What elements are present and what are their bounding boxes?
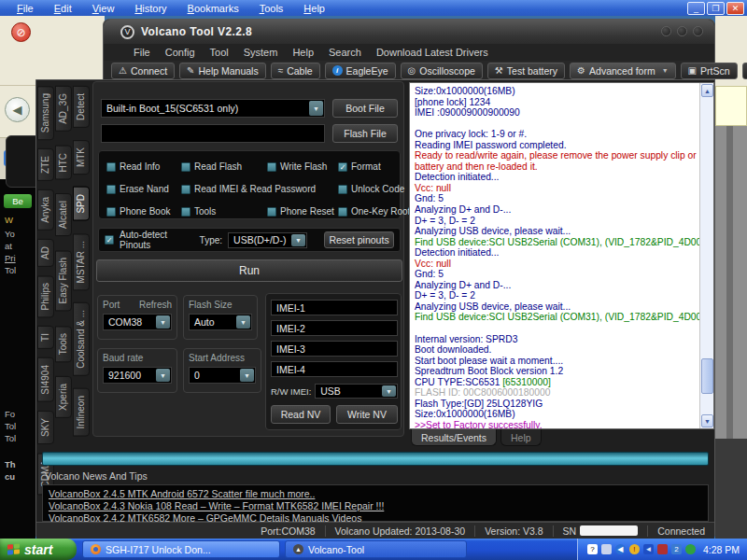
toolbar-button[interactable]: ⚒ Test battery ▼ bbox=[487, 63, 565, 79]
checkbox-icon[interactable] bbox=[181, 185, 190, 194]
operation-checkbox[interactable]: Read Info bbox=[106, 160, 177, 174]
taskbar-task-firefox[interactable]: SGH-I717 Unlock Don... bbox=[82, 540, 280, 558]
baud-rate-select[interactable]: 921600 ▼ bbox=[103, 367, 172, 384]
browser-menu-item[interactable]: View bbox=[92, 3, 115, 14]
sidebar-tab[interactable]: Xperia bbox=[55, 376, 72, 418]
operation-checkbox[interactable]: Erase Nand bbox=[106, 182, 177, 196]
sidebar-tab[interactable]: SI4904 bbox=[37, 357, 54, 402]
reset-pinouts-button[interactable]: Reset pinouts bbox=[324, 231, 394, 248]
sidebar-tab[interactable]: Infineon bbox=[73, 388, 90, 437]
boot-select[interactable]: Built-in Boot_15(SC6531 only) ▼ bbox=[101, 99, 325, 118]
sidebar-tab[interactable]: Detect bbox=[73, 86, 90, 128]
pinout-type-select[interactable]: USB(D+/D-) ▼ bbox=[228, 232, 307, 248]
sidebar-tab[interactable]: Samsung bbox=[37, 86, 54, 140]
scroll-up-icon[interactable]: ▲ bbox=[701, 84, 713, 97]
operation-checkbox[interactable]: Tools bbox=[181, 204, 263, 218]
operation-checkbox[interactable]: Format bbox=[338, 160, 415, 174]
sidebar-tab[interactable]: ZTE bbox=[37, 148, 54, 181]
security-shield-icon[interactable]: ! bbox=[629, 544, 640, 554]
checkbox-icon[interactable] bbox=[106, 185, 116, 194]
operation-checkbox[interactable]: Read IMEI & Read Password bbox=[181, 182, 334, 196]
antivirus-icon[interactable] bbox=[685, 544, 696, 554]
checkbox-icon[interactable] bbox=[338, 207, 347, 217]
app-maximize-button[interactable] bbox=[677, 26, 687, 36]
chevron-down-icon[interactable]: ▼ bbox=[240, 369, 254, 382]
sidebar-tab[interactable]: AD bbox=[37, 239, 54, 267]
sidebar-tab[interactable]: SKY bbox=[37, 411, 54, 444]
toolbar-button[interactable]: ▣ PrtScn ▼ bbox=[681, 63, 738, 79]
checkbox-icon[interactable] bbox=[106, 207, 116, 217]
minimize-button[interactable]: _ bbox=[687, 2, 705, 15]
page-scroll-area[interactable] bbox=[726, 126, 733, 439]
app-menu-item[interactable]: Config bbox=[165, 47, 195, 58]
operation-checkbox[interactable]: Phone Book bbox=[106, 204, 177, 218]
app-minimize-button[interactable] bbox=[661, 26, 671, 36]
chevron-down-icon[interactable]: ▼ bbox=[156, 315, 170, 329]
usb-icon[interactable]: 2 bbox=[671, 544, 682, 554]
checkbox-icon[interactable] bbox=[181, 162, 190, 172]
checkbox-icon[interactable] bbox=[106, 162, 116, 172]
operation-checkbox[interactable]: One-Key Root bbox=[338, 204, 415, 218]
checkbox-icon[interactable] bbox=[338, 162, 347, 172]
app-menu-item[interactable]: Tool bbox=[210, 47, 229, 58]
chevron-down-icon[interactable]: ▼ bbox=[662, 67, 669, 74]
write-nv-button[interactable]: Write NV bbox=[336, 405, 398, 424]
app-menu-item[interactable]: Search bbox=[329, 47, 361, 58]
app-menu-item[interactable]: Help bbox=[292, 47, 314, 58]
operation-checkbox[interactable]: Write Flash bbox=[267, 160, 334, 174]
auto-detect-pinouts-checkbox[interactable] bbox=[105, 235, 114, 245]
sidebar-tab[interactable]: Tools bbox=[55, 326, 72, 362]
toolbar-button[interactable]: i EagleEye ▼ bbox=[325, 63, 396, 79]
app-menu-item[interactable]: Download Latest Drivers bbox=[376, 47, 488, 58]
checkbox-icon[interactable] bbox=[267, 207, 276, 217]
operation-checkbox[interactable]: Unlock Code bbox=[338, 182, 415, 196]
restore-button[interactable]: ❐ bbox=[707, 2, 725, 15]
toolbar-button[interactable]: ✎ Help Manuals ▼ bbox=[179, 63, 266, 79]
port-select[interactable]: COM38 ▼ bbox=[103, 314, 172, 330]
chevron-down-icon[interactable]: ▼ bbox=[309, 101, 323, 116]
flash-size-select[interactable]: Auto ▼ bbox=[189, 314, 252, 330]
start-address-select[interactable]: 0 ▼ bbox=[189, 367, 256, 384]
flash-file-input[interactable] bbox=[101, 124, 325, 143]
toolbar-button[interactable]: ⚠ Connect ▼ bbox=[111, 63, 175, 79]
back-icon[interactable]: ◀ bbox=[5, 97, 30, 122]
start-button[interactable]: start bbox=[0, 539, 77, 560]
browser-menu-item[interactable]: Help bbox=[303, 3, 325, 14]
taskbar-task-volcano[interactable]: ▲ Volcano-Tool bbox=[285, 540, 467, 558]
chevron-down-icon[interactable]: ▼ bbox=[156, 369, 170, 382]
app-menu-item[interactable]: File bbox=[134, 47, 150, 58]
flash-file-button[interactable]: Flash File bbox=[332, 124, 398, 143]
close-button[interactable]: ✕ bbox=[726, 2, 744, 15]
sidebar-tab[interactable]: Coolsand & ... bbox=[73, 302, 90, 376]
imei-2-input[interactable]: IMEI-2 bbox=[271, 320, 398, 336]
chevron-down-icon[interactable]: ▼ bbox=[382, 385, 396, 397]
sidebar-tab[interactable]: Philips bbox=[37, 275, 54, 317]
chevron-down-icon[interactable]: ▼ bbox=[236, 315, 250, 329]
help-icon[interactable]: ? bbox=[587, 544, 598, 554]
sidebar-tab[interactable]: HTC bbox=[55, 146, 72, 180]
result-tab[interactable]: Help bbox=[500, 429, 542, 446]
checkbox-icon[interactable] bbox=[338, 185, 347, 194]
app-close-button[interactable] bbox=[693, 26, 703, 36]
toolbar-button[interactable]: ≈ Cable ▼ bbox=[271, 63, 320, 79]
boot-file-button[interactable]: Boot File bbox=[332, 99, 398, 118]
operation-checkbox[interactable]: Phone Reset bbox=[267, 204, 334, 218]
checkbox-icon[interactable] bbox=[267, 162, 276, 172]
browser-menu-item[interactable]: History bbox=[134, 3, 166, 14]
language-icon[interactable]: ◀ bbox=[615, 544, 626, 554]
scrollbar-thumb[interactable] bbox=[701, 358, 713, 394]
sidebar-tab[interactable]: MTK bbox=[73, 140, 90, 175]
sidebar-tab[interactable]: TI bbox=[37, 326, 54, 349]
page-green-button[interactable]: Be bbox=[4, 194, 32, 208]
imei-3-input[interactable]: IMEI-3 bbox=[271, 341, 398, 357]
sidebar-tab[interactable]: AD_3G bbox=[55, 86, 72, 132]
sidebar-tab[interactable]: Anyka bbox=[37, 189, 54, 231]
log-text[interactable]: Size:0x1000000(16MB)[phone lock] 1234IME… bbox=[410, 83, 699, 428]
imei-1-input[interactable]: IMEI-1 bbox=[271, 300, 398, 315]
browser-menu-item[interactable]: Edit bbox=[54, 3, 72, 14]
toolbar-button[interactable]: ⚙ Advanced form ▼ bbox=[570, 63, 676, 79]
checkbox-icon[interactable] bbox=[181, 207, 190, 217]
toolbar-button[interactable]: ● Unlock by Imei ▼ bbox=[742, 63, 747, 79]
run-button[interactable]: Run bbox=[96, 259, 402, 282]
volume-icon[interactable]: ◄ bbox=[643, 544, 654, 554]
